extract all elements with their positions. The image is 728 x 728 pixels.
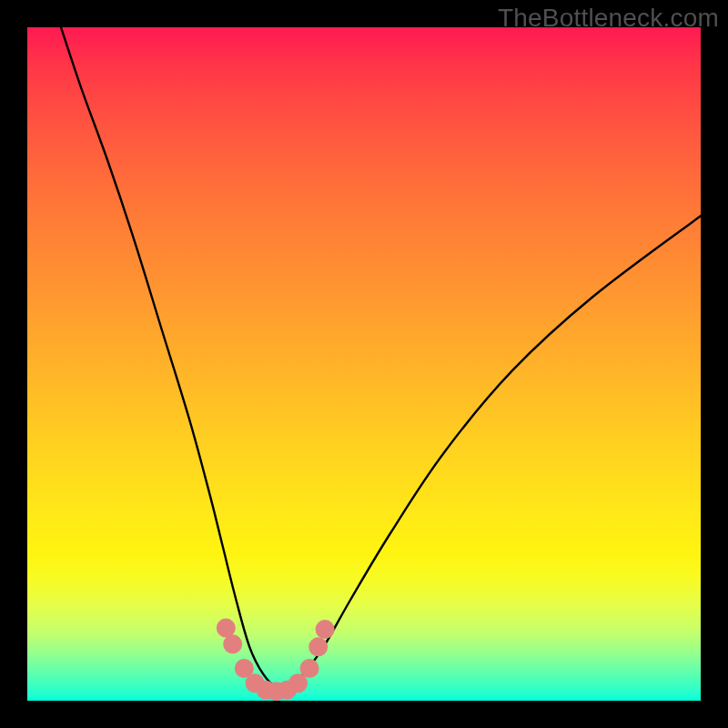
highlight-dots (217, 619, 335, 701)
highlight-dot (316, 620, 335, 639)
chart-svg (27, 27, 701, 701)
chart-lines (61, 27, 701, 689)
highlight-dot (223, 634, 242, 653)
highlight-dot (300, 659, 319, 678)
chart-frame: TheBottleneck.com (0, 0, 728, 728)
highlight-dot (308, 637, 328, 656)
bottleneck-curve (61, 27, 701, 689)
plot-area (27, 27, 701, 701)
watermark-text: TheBottleneck.com (498, 4, 719, 33)
